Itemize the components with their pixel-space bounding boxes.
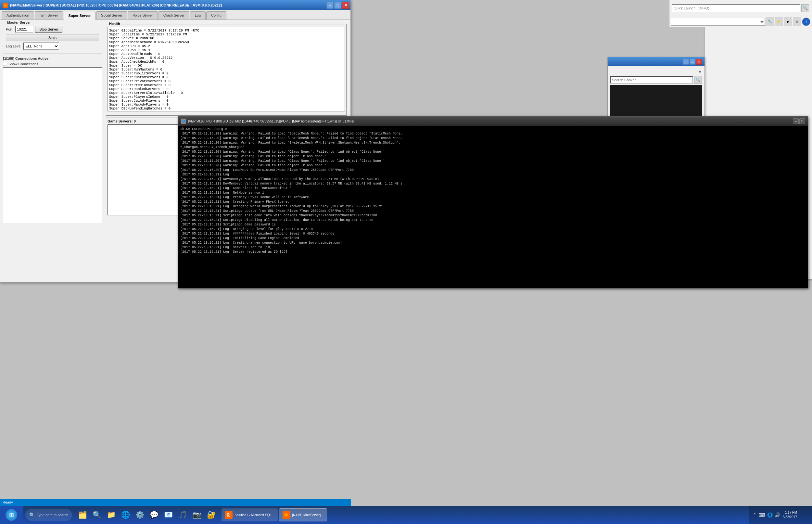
float-minimize[interactable]: ─ [683, 59, 689, 65]
term-line-0: sh.SM_ExtendedMossberg_A' [180, 127, 806, 132]
search-cooked-button[interactable]: 🔍 [694, 76, 702, 84]
health-line-15: Super Super:RankedServers = 0 [109, 87, 343, 91]
health-line-6: Super App:DeadThreads = 0 [109, 52, 343, 56]
tab-crash-server[interactable]: Crash Server [159, 11, 189, 19]
term-line-25: [2017.05.22-13.15.21] Log: Creating a ne… [180, 241, 806, 245]
taskbar-search-icon: 🔍 [29, 512, 35, 518]
health-line-17: Super Super:PlayersInGame = 0 [109, 95, 343, 99]
health-line-12: Super Super:CustomServers = 0 [109, 76, 343, 79]
health-line-20: Super DB:NumPendingBatches = 0 [109, 107, 343, 111]
tray-up-arrow-icon[interactable]: ⌃ [753, 512, 757, 518]
tab-item-server[interactable]: Item Server [35, 11, 63, 19]
term-line-15: [2017.05.22-13.15.21] Log: Primary PhysX… [180, 195, 806, 200]
tab-log[interactable]: Log [190, 11, 205, 19]
terminal-content[interactable]: sh.SM_ExtendedMossberg_A' [2017.05.22-13… [178, 126, 808, 288]
term-line-13: [2017.05.22-13.15.21] Log: Game class is… [180, 186, 806, 191]
tab-config[interactable]: Config [206, 11, 226, 19]
port-row: Port: Stop Server [6, 26, 99, 33]
health-group: Health Super GlobalTime = 5/22/2017 8:17… [106, 24, 347, 116]
taskbar-item-sql-label: Solution1 - Microsoft SQL... [234, 513, 274, 517]
term-line-24: [2017.05.22-13.15.21] Log: Initializing … [180, 236, 806, 241]
tab-social-server[interactable]: Social Server [96, 11, 127, 19]
ql-btn-1[interactable]: 🔧 [765, 18, 774, 26]
term-line-19: [2017.05.22-13.15.21] ScriptLog: Init ga… [180, 213, 806, 218]
quick-launch-input[interactable] [672, 4, 800, 12]
float-close[interactable]: ✕ [696, 59, 702, 65]
main-window-title: [NAME:MultiServer] [SUPER] [SOCIAL] [PID… [10, 3, 222, 7]
health-line-11: Super Super:PublicServers = 0 [109, 71, 343, 76]
start-button[interactable]: ⊞ [0, 506, 23, 524]
ql-select[interactable] [671, 18, 765, 26]
minimize-button[interactable]: ─ [327, 2, 334, 9]
term-line-26: [2017.05.22-13.15.21] Log: ServerID set … [180, 245, 806, 250]
term-line-23: [2017.05.22-13.15.21] Log: ########### F… [180, 232, 806, 236]
ql-btn-info[interactable]: i [802, 18, 810, 26]
log-level-label: Log Level [6, 44, 21, 48]
term-line-10: [2017.05.22-13.15.21] Log: [180, 173, 806, 177]
left-panel: Master Server Port: Stop Server Stats Lo… [3, 23, 102, 279]
terminal-controls: ─ □ [793, 118, 805, 124]
term-line-11: [2017.05.22-13.15.21] DevMemory: Memory … [180, 177, 806, 182]
term-line-17: [2017.05.22-13.15.21] Log: Bringing Worl… [180, 204, 806, 209]
tab-voice-server[interactable]: Voice Server [128, 11, 158, 19]
taskbar-icon-10[interactable]: 🔐 [205, 508, 218, 521]
ql-btn-3[interactable]: ▶ [784, 18, 792, 26]
search-cooked-area: 🔍 [610, 76, 702, 84]
taskbar-search[interactable]: 🔍 Type here to search [25, 509, 72, 521]
show-desktop-button[interactable] [800, 508, 808, 522]
log-level-row: Log Level ELL_None [6, 43, 99, 50]
health-line-18: Super Super:CuiAdvPlayers = 0 [109, 99, 343, 103]
taskbar-item-multiserver[interactable]: 🔶 [NAME:MultiServer]... [279, 508, 327, 521]
master-server-title: Master Server [6, 20, 32, 24]
master-server-group: Master Server Port: Stop Server Stats Lo… [3, 23, 102, 54]
term-line-7: [2017.05.22-13.15.20] Warning: Warning, … [180, 159, 806, 163]
show-connections-checkbox[interactable] [3, 62, 7, 66]
tray-icons: ⌃ ⌨ 🌐 🔊 [753, 512, 780, 518]
connections-list[interactable] [3, 67, 102, 223]
scroll-up-icon[interactable]: ▲ [698, 69, 702, 73]
stats-button[interactable]: Stats [6, 34, 99, 41]
tray-keyboard-icon[interactable]: ⌨ [759, 512, 765, 518]
health-line-5: Super App:RAM = 45.4 [109, 48, 343, 52]
log-level-select[interactable]: ELL_None [23, 43, 59, 50]
term-line-20: [2017.05.22-13.15.21] ScriptLog: Disabli… [180, 218, 806, 223]
term-line-8: [2017.05.22-13.15.20] Warning: Warning, … [180, 163, 806, 168]
close-button[interactable]: ✕ [342, 2, 349, 9]
search-cooked-input[interactable] [610, 76, 693, 83]
tray-network-icon[interactable]: 🌐 [767, 512, 773, 518]
health-line-9: Super Super = OK [109, 64, 343, 68]
taskbar-item-sql[interactable]: 🗄 Solution1 - Microsoft SQL... [221, 508, 277, 521]
port-input[interactable] [15, 26, 33, 32]
stop-server-button[interactable]: Stop Server [35, 26, 62, 33]
terminal-minimize[interactable]: ─ [793, 118, 799, 124]
ql-toolbar: 🔧 ⚡ ▶ ⏸ i [669, 16, 812, 27]
taskbar-icon-7[interactable]: 📧 [162, 508, 175, 521]
terminal-maximize[interactable]: □ [799, 118, 805, 124]
taskbar-clock[interactable]: 1:17 PM 5/22/2017 [783, 510, 797, 520]
ql-btn-4[interactable]: ⏸ [793, 18, 801, 26]
taskbar-icon-6[interactable]: 💬 [147, 508, 161, 521]
maximize-button[interactable]: □ [334, 2, 341, 9]
ql-btn-2[interactable]: ⚡ [775, 18, 783, 26]
quick-launch-bar: 🔍 [669, 0, 812, 16]
taskbar-icon-9[interactable]: 📷 [190, 508, 203, 521]
taskbar-icon-1[interactable]: 🗂️ [76, 508, 89, 521]
tray-speaker-icon[interactable]: 🔊 [775, 512, 780, 518]
health-line-10: Super Super:NumMasters = 0 [109, 68, 343, 71]
statusbar: Ready [0, 499, 351, 506]
quick-launch-search-icon[interactable]: 🔍 [801, 4, 809, 12]
taskbar-icon-2[interactable]: 🔍 [90, 508, 103, 521]
taskbar-icon-3[interactable]: 📁 [104, 508, 118, 521]
tab-authentication[interactable]: Authentication [2, 11, 34, 19]
term-line-27: [2017.05.22-13.15.21] Log: Server regist… [180, 250, 806, 255]
taskbar-icon-8[interactable]: 🎵 [176, 508, 189, 521]
health-line-0: Super GlobalTime = 5/22/2017 8:17:29 PM … [109, 29, 343, 32]
taskbar-icon-5[interactable]: ⚙️ [133, 508, 146, 521]
health-panel[interactable]: Super GlobalTime = 5/22/2017 8:17:29 PM … [107, 27, 345, 111]
taskbar-icon-4[interactable]: 🌐 [119, 508, 132, 521]
clock-time: 1:17 PM [783, 510, 797, 515]
port-label: Port: [6, 27, 13, 31]
tab-super-server[interactable]: Super Server [64, 12, 96, 20]
float-maximize[interactable]: □ [690, 59, 695, 65]
terminal-icon: 🔷 [181, 118, 186, 124]
